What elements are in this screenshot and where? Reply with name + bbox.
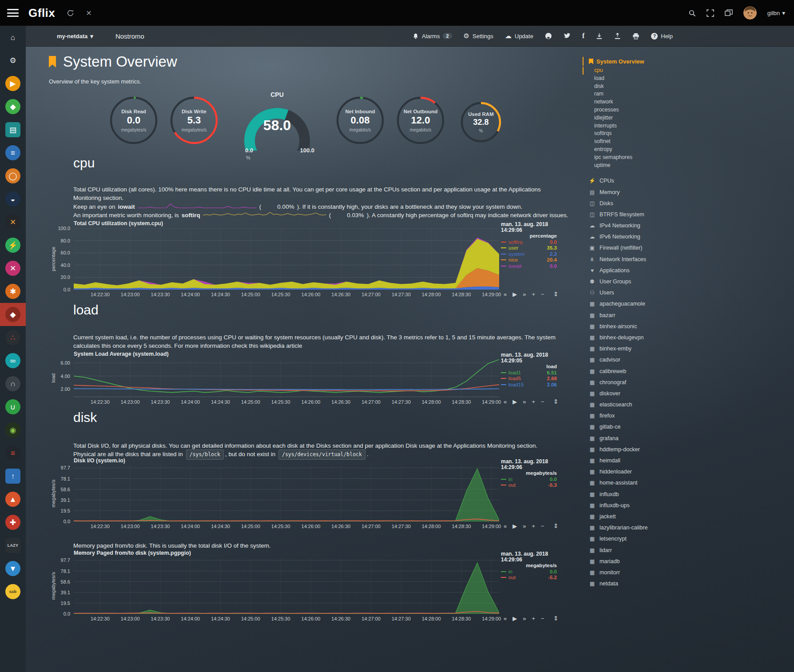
home-button[interactable]: ⌂ bbox=[0, 26, 26, 49]
pan-backward-button[interactable]: « bbox=[504, 615, 507, 622]
system.load-chart[interactable] bbox=[74, 359, 499, 397]
menu-item-cadvisor[interactable]: ▦cadvisor bbox=[583, 354, 709, 366]
help-button[interactable]: ?Help bbox=[651, 33, 673, 40]
legend-name-in[interactable]: in bbox=[508, 477, 512, 482]
menu-item-apacheguacamole[interactable]: ▦apacheguacamole bbox=[583, 298, 709, 310]
pan-backward-button[interactable]: « bbox=[504, 523, 507, 529]
windows-icon[interactable] bbox=[725, 9, 733, 16]
menu-item-jackett[interactable]: ▦jackett bbox=[583, 511, 709, 522]
menu-subitem-idlejitter[interactable]: idlejitter bbox=[583, 114, 709, 122]
fullscreen-icon[interactable] bbox=[707, 9, 714, 17]
menu-item-netdata[interactable]: ▦netdata bbox=[583, 578, 709, 589]
legend-name-load1[interactable]: load1 bbox=[508, 370, 521, 375]
system.cpu-chart[interactable] bbox=[74, 228, 499, 290]
play-button[interactable]: ▶ bbox=[512, 615, 517, 622]
import-icon[interactable] bbox=[596, 33, 603, 40]
zoom-in-button[interactable]: + bbox=[532, 291, 535, 298]
pan-forward-button[interactable]: » bbox=[523, 398, 526, 405]
hamburger-menu-icon[interactable] bbox=[7, 9, 19, 17]
play-button[interactable]: ▶ bbox=[512, 523, 517, 529]
menu-item-ipv4-networking[interactable]: ☁IPv4 Networking bbox=[583, 220, 709, 231]
app-dark-green-button[interactable]: ◉ bbox=[0, 418, 26, 441]
search-icon[interactable] bbox=[688, 9, 696, 17]
menu-item-disks[interactable]: ◫Disks bbox=[583, 198, 709, 209]
print-icon[interactable] bbox=[632, 33, 639, 40]
app-green-diamond-button[interactable]: ◆ bbox=[0, 95, 26, 118]
legend-name-in[interactable]: in bbox=[508, 569, 512, 574]
pan-forward-button[interactable]: » bbox=[523, 523, 526, 529]
app-blue-eq-button[interactable]: ≡ bbox=[0, 141, 26, 164]
update-button[interactable]: ☁Update bbox=[505, 32, 533, 40]
app-red-dots-button[interactable]: ∴ bbox=[0, 326, 26, 349]
legend-name-softirq[interactable]: softirq bbox=[508, 239, 522, 245]
menu-subitem-network[interactable]: network bbox=[583, 98, 709, 106]
export-icon[interactable] bbox=[614, 33, 621, 40]
zoom-in-button[interactable]: + bbox=[532, 615, 535, 622]
app-teal-library-button[interactable]: ▤ bbox=[0, 118, 26, 141]
menu-item-hiddenloader[interactable]: ▦hiddenloader bbox=[583, 466, 709, 477]
play-button[interactable]: ▶ bbox=[512, 398, 517, 405]
menu-subitem-ram[interactable]: ram bbox=[583, 90, 709, 98]
alarms-button[interactable]: Alarms 2 bbox=[413, 33, 452, 40]
pan-backward-button[interactable]: « bbox=[504, 398, 507, 405]
menu-item-influxdb[interactable]: ▦influxdb bbox=[583, 489, 709, 500]
menu-subitem-uptime[interactable]: uptime bbox=[583, 162, 709, 170]
pan-backward-button[interactable]: « bbox=[504, 291, 507, 298]
app-orange-play-button[interactable]: ▶ bbox=[0, 72, 26, 95]
user-avatar[interactable] bbox=[743, 6, 757, 20]
system.pgpgio-resize-handle[interactable]: ⇕ bbox=[553, 615, 559, 622]
close-tab-icon[interactable]: ✕ bbox=[86, 9, 91, 17]
menu-subitem-cpu[interactable]: cpu bbox=[583, 67, 709, 75]
app-traffic-button[interactable]: ≡ bbox=[0, 441, 26, 465]
menu-item-influxdb-ups[interactable]: ▦influxdb-ups bbox=[583, 500, 709, 511]
menu-item-btrfs-filesystem[interactable]: ◫BTRFS filesystem bbox=[583, 209, 709, 220]
legend-name-out[interactable]: out bbox=[508, 575, 516, 580]
legend-name-load15[interactable]: load15 bbox=[508, 382, 524, 387]
app-lazylibrarian-button[interactable]: LAZY bbox=[0, 534, 26, 557]
system.io-chart[interactable] bbox=[74, 465, 499, 521]
menu-item-home-assistant[interactable]: ▦home-assistant bbox=[583, 477, 709, 489]
app-orange-octo-button[interactable]: ✱ bbox=[0, 280, 26, 303]
legend-name-iowait[interactable]: iowait bbox=[508, 263, 521, 269]
menu-item-calibreweb[interactable]: ▦calibreweb bbox=[583, 366, 709, 377]
server-dropdown[interactable]: my-netdata▾ bbox=[57, 33, 93, 40]
system.io-resize-handle[interactable]: ⇕ bbox=[553, 522, 559, 529]
menu-item-diskover[interactable]: ▦diskover bbox=[583, 388, 709, 399]
menu-item-network-interfaces[interactable]: ⋔Network Interfaces bbox=[583, 254, 709, 265]
menu-subitem-entropy[interactable]: entropy bbox=[583, 146, 709, 154]
menu-subitem-load[interactable]: load bbox=[583, 75, 709, 83]
legend-name-system[interactable]: system bbox=[508, 251, 524, 257]
menu-item-users[interactable]: ⚇Users bbox=[583, 287, 709, 298]
settings-button[interactable]: ⚙ bbox=[0, 49, 26, 72]
menu-item-monitorr[interactable]: ▦monitorr bbox=[583, 567, 709, 578]
system.cpu-resize-handle[interactable]: ⇕ bbox=[553, 290, 559, 298]
menu-item-elasticsearch[interactable]: ▦elasticsearch bbox=[583, 399, 709, 410]
menu-item-mariadb[interactable]: ▦mariadb bbox=[583, 556, 709, 567]
zoom-out-button[interactable]: − bbox=[541, 615, 544, 622]
legend-name-out[interactable]: out bbox=[508, 482, 516, 488]
play-button[interactable]: ▶ bbox=[512, 291, 517, 298]
menu-item-binhex-emby[interactable]: ▦binhex-emby bbox=[583, 343, 709, 354]
github-icon[interactable] bbox=[545, 32, 552, 40]
app-pink-x-button[interactable]: ✕ bbox=[0, 257, 26, 280]
menu-item-memory[interactable]: ▤Memory bbox=[583, 187, 709, 198]
app-green-bolt-button[interactable]: ⚡ bbox=[0, 234, 26, 257]
menu-subitem-ipc-semaphores[interactable]: ipc semaphores bbox=[583, 154, 709, 162]
zoom-in-button[interactable]: + bbox=[532, 523, 535, 529]
app-blue-up-button[interactable]: ↑ bbox=[0, 465, 26, 488]
system.load-resize-handle[interactable]: ⇕ bbox=[553, 398, 559, 405]
pan-forward-button[interactable]: » bbox=[523, 291, 526, 298]
app-teal-cloud-button[interactable]: ∞ bbox=[0, 349, 26, 372]
menu-item-hddtemp-docker[interactable]: ▦hddtemp-docker bbox=[583, 444, 709, 455]
menu-item-gitlab-ce[interactable]: ▦gitlab-ce bbox=[583, 421, 709, 433]
twitter-icon[interactable] bbox=[564, 33, 571, 39]
legend-name-load5[interactable]: load5 bbox=[508, 376, 521, 381]
legend-name-nice[interactable]: nice bbox=[508, 257, 518, 262]
legend-name-user[interactable]: user bbox=[508, 245, 518, 251]
zoom-out-button[interactable]: − bbox=[541, 291, 544, 298]
menu-item-firefox[interactable]: ▦firefox bbox=[583, 410, 709, 421]
app-green-u-button[interactable]: ∪ bbox=[0, 395, 26, 418]
menu-item-user-groups[interactable]: ⚉User Groups bbox=[583, 276, 709, 287]
menu-item-grafana[interactable]: ▦grafana bbox=[583, 433, 709, 444]
app-red-shield-button[interactable]: ◆ bbox=[0, 303, 26, 326]
